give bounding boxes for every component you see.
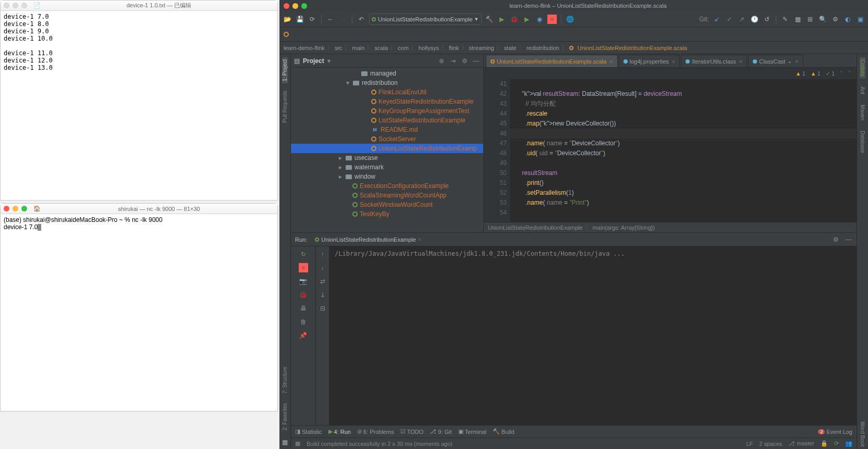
target-icon[interactable]: ⊕ bbox=[437, 57, 446, 65]
sync-icon[interactable]: ⟳ bbox=[308, 15, 317, 24]
down-icon[interactable]: ↓ bbox=[318, 263, 327, 272]
build-icon[interactable]: 🔨 bbox=[485, 15, 494, 24]
minimize-icon[interactable] bbox=[292, 3, 298, 9]
todo-tab[interactable]: ☑ TODO bbox=[400, 428, 424, 435]
indent[interactable]: 2 spaces bbox=[759, 441, 782, 447]
tree-row[interactable]: managed bbox=[291, 69, 483, 78]
maven-tool-tab[interactable]: Maven bbox=[860, 103, 865, 122]
problems-tab[interactable]: ⊘ 6: Problems bbox=[357, 428, 394, 435]
close-icon[interactable]: × bbox=[418, 236, 421, 243]
line-sep[interactable]: LF bbox=[746, 441, 753, 447]
crumb[interactable]: streaming bbox=[469, 45, 494, 51]
close-icon[interactable] bbox=[4, 3, 9, 8]
tree-row[interactable]: FlinkLocalEnvUtil bbox=[291, 88, 483, 97]
crumb[interactable]: main bbox=[352, 45, 365, 51]
open-icon[interactable]: 📂 bbox=[283, 15, 292, 24]
tree-row[interactable]: ▸usecase bbox=[291, 153, 483, 163]
run-tab[interactable]: ▶ 4: Run bbox=[328, 428, 351, 435]
editor-tab[interactable]: UnionListStateRedistributionExample.scal… bbox=[486, 55, 618, 67]
terminal-body[interactable]: (base) shirukai@shirukaideMacBook-Pro ~ … bbox=[1, 214, 277, 233]
zoom-icon[interactable] bbox=[21, 3, 27, 8]
git-tab[interactable]: ⎇ 9: Git bbox=[430, 428, 451, 435]
editor-tab[interactable]: log4j.properties× bbox=[619, 55, 680, 67]
textedit-body[interactable]: device-1 7.0 device-1 8.0 device-1 9.0 d… bbox=[1, 11, 277, 73]
pullreq-tool-tab[interactable]: Pull Requests bbox=[282, 89, 288, 125]
forward-icon[interactable]: → bbox=[338, 15, 348, 24]
crumb[interactable]: redistribution bbox=[527, 45, 559, 51]
build-tab[interactable]: 🔨 Build bbox=[493, 428, 514, 435]
settings-icon[interactable]: ⚙ bbox=[830, 15, 840, 24]
close-icon[interactable] bbox=[4, 206, 9, 211]
run-tab[interactable]: UnionListStateRedistributionExample × bbox=[311, 235, 425, 244]
tree-row[interactable]: TestKeyBy bbox=[291, 209, 483, 219]
run-config-select[interactable]: UnionListStateRedistributionExample ▾ bbox=[369, 14, 482, 25]
codota-icon[interactable]: ◐ bbox=[843, 15, 852, 24]
undo-icon[interactable]: ↶ bbox=[357, 15, 366, 24]
collapse-icon[interactable]: ⇥ bbox=[449, 57, 457, 65]
ant-tool-tab[interactable]: Ant bbox=[860, 84, 865, 96]
up-icon[interactable]: ˄ bbox=[840, 70, 843, 77]
profile-icon[interactable]: ◉ bbox=[535, 15, 544, 24]
hide-icon[interactable]: — bbox=[844, 235, 852, 244]
editor-tab[interactable]: IteratorUtils.class× bbox=[681, 55, 747, 67]
print-icon[interactable]: 🖶 bbox=[299, 304, 308, 313]
tree-row[interactable]: ▸watermark bbox=[291, 163, 483, 172]
minimize-icon[interactable] bbox=[13, 206, 18, 211]
back-icon[interactable]: ← bbox=[326, 15, 335, 24]
textedit-titlebar[interactable]: 📄 device-1 1.0.txt — 已编辑 bbox=[1, 1, 277, 11]
gear-icon[interactable]: ⚙ bbox=[832, 235, 840, 244]
wrap-icon[interactable]: ⇄ bbox=[318, 277, 327, 286]
crumb-method[interactable]: main(args: Array[String]) bbox=[593, 224, 655, 231]
tree-row[interactable]: UnionListStateRedistributionExamp bbox=[291, 144, 483, 153]
tree-row[interactable]: SocketServer bbox=[291, 134, 483, 144]
bug-icon[interactable]: 🐞 bbox=[299, 290, 308, 300]
push-icon[interactable]: ↗ bbox=[737, 15, 747, 24]
edit-icon[interactable]: ✎ bbox=[780, 15, 790, 24]
fragment-icon[interactable]: ▦ bbox=[793, 15, 802, 24]
codota-tool-tab[interactable]: Codota bbox=[860, 57, 865, 78]
minimize-icon[interactable] bbox=[13, 3, 18, 8]
crumb[interactable]: src bbox=[335, 45, 343, 51]
structure-tool-tab[interactable]: 7: Structure bbox=[282, 365, 288, 396]
stop-icon[interactable]: ■ bbox=[547, 15, 557, 24]
tree-row[interactable]: ▾redistribution bbox=[291, 78, 483, 88]
people-icon[interactable]: 👥 bbox=[845, 440, 852, 447]
console-output[interactable]: /Library/Java/JavaVirtualMachines/jdk1.8… bbox=[329, 246, 857, 425]
toolwin-icon[interactable]: ▦ bbox=[280, 438, 290, 447]
tree-row[interactable]: ListStateRedistributionExample bbox=[291, 116, 483, 125]
tree-row[interactable]: README.md bbox=[291, 125, 483, 134]
intellij-titlebar[interactable]: learn-demo-flink – UnionListStateRedistr… bbox=[279, 0, 868, 11]
stop-icon[interactable]: ■ bbox=[299, 263, 308, 272]
editor-tab[interactable]: ClassCast⌄× bbox=[748, 55, 803, 67]
crumb[interactable]: scala bbox=[374, 45, 388, 51]
tree-row[interactable]: KeyGroupRangeAssignmentTest bbox=[291, 106, 483, 116]
crumb[interactable]: state bbox=[504, 45, 517, 51]
chevron-down-icon[interactable]: ▾ bbox=[327, 57, 331, 65]
tree-row[interactable]: ExecutionConfigurationExample bbox=[291, 181, 483, 191]
pin-icon[interactable]: 📌 bbox=[299, 331, 308, 340]
event-log-tab[interactable]: 2 Event Log bbox=[818, 429, 852, 435]
crumb[interactable]: com bbox=[398, 45, 409, 51]
gear-icon[interactable]: ⚙ bbox=[460, 57, 469, 65]
search-icon[interactable]: 🔍 bbox=[818, 15, 827, 24]
tree-row[interactable]: ▸window bbox=[291, 172, 483, 181]
scroll-icon[interactable]: ⤓ bbox=[318, 290, 327, 300]
tree-row[interactable]: KeyedStateRedistributionExample bbox=[291, 97, 483, 106]
split-icon[interactable]: ⊟ bbox=[318, 304, 327, 313]
project-tool-tab[interactable]: 1: Project bbox=[282, 57, 288, 83]
crumb[interactable]: flink bbox=[449, 45, 459, 51]
tree-row[interactable]: SocketWindowWordCount bbox=[291, 200, 483, 209]
save-icon[interactable]: 💾 bbox=[295, 15, 304, 24]
crumb-class[interactable]: UnionListStateRedistributionExample bbox=[488, 224, 583, 231]
statistic-tab[interactable]: ◨ Statistic bbox=[295, 428, 322, 435]
run-icon[interactable]: ▶ bbox=[497, 15, 507, 24]
project-tree[interactable]: managed▾redistributionFlinkLocalEnvUtilK… bbox=[291, 68, 483, 232]
zoom-icon[interactable] bbox=[21, 206, 27, 211]
web-icon[interactable]: 🌐 bbox=[566, 15, 575, 24]
revert-icon[interactable]: ↺ bbox=[762, 15, 772, 24]
tree-row[interactable]: ScalaStreamingWordCountApp bbox=[291, 191, 483, 200]
crumb[interactable]: hollysys bbox=[419, 45, 439, 51]
wordbook-tool-tab[interactable]: Word Book bbox=[860, 419, 865, 449]
window-icon[interactable]: ⊞ bbox=[805, 15, 815, 24]
lock-icon[interactable]: 🔒 bbox=[821, 440, 828, 447]
